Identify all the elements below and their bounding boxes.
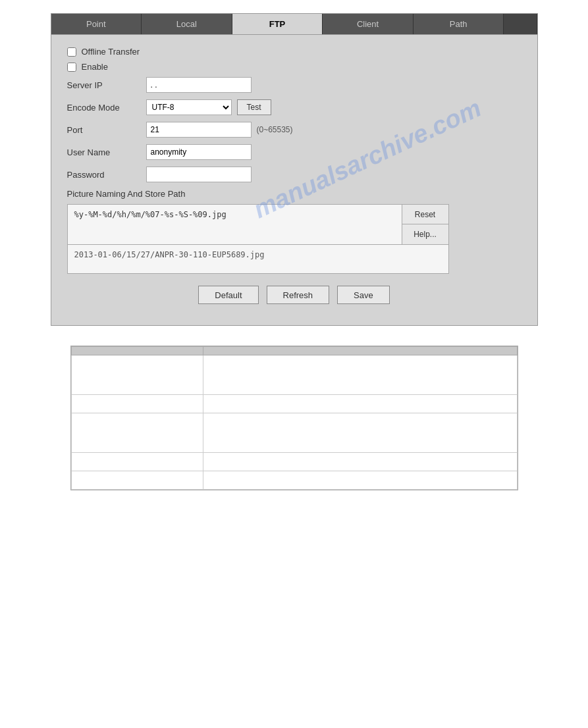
data-table [71, 346, 518, 490]
test-button[interactable]: Test [237, 99, 271, 115]
default-button[interactable]: Default [198, 286, 258, 304]
tab-local[interactable]: Local [142, 14, 232, 34]
naming-preview: 2013-01-06/15/27/ANPR-30-110-EUP5689.jpg [68, 244, 448, 273]
table-row [71, 471, 517, 490]
table-row [71, 413, 517, 453]
table-cell [71, 395, 203, 413]
content-area: Offline Transfer Enable Server IP Encode… [51, 35, 537, 325]
table-cell [71, 413, 203, 453]
naming-pattern: %y-%M-%d/%h/%m/%07-%s-%S-%09.jpg [68, 205, 402, 244]
table-cell [71, 355, 203, 395]
encode-mode-controls: UTF-8 GBK ASCII Test [146, 99, 271, 115]
tab-path[interactable]: Path [414, 14, 504, 34]
port-row: Port (0~65535) [67, 122, 521, 138]
bottom-buttons: Default Refresh Save [67, 286, 521, 313]
username-label: User Name [67, 147, 146, 157]
table-section [70, 346, 518, 490]
table-cell [203, 355, 517, 395]
offline-transfer-row: Offline Transfer [67, 47, 521, 57]
enable-row: Enable [67, 62, 521, 72]
table-cell [71, 453, 203, 471]
refresh-button[interactable]: Refresh [267, 286, 330, 304]
encode-mode-select[interactable]: UTF-8 GBK ASCII [146, 99, 232, 115]
server-ip-row: Server IP [67, 77, 521, 93]
tab-ftp[interactable]: FTP [232, 14, 323, 34]
naming-buttons: Reset Help... [402, 205, 448, 244]
port-label: Port [67, 125, 146, 135]
enable-label: Enable [82, 62, 108, 72]
table-cell [203, 453, 517, 471]
tab-client[interactable]: Client [323, 14, 414, 34]
table-cell [203, 471, 517, 490]
table-cell [71, 471, 203, 490]
server-ip-input[interactable] [146, 77, 252, 93]
table-cell [203, 395, 517, 413]
table-header-col1 [71, 347, 203, 355]
save-button[interactable]: Save [337, 286, 390, 304]
table-cell [203, 413, 517, 453]
main-panel: Point Local FTP Client Path Offline Tran… [51, 13, 538, 326]
reset-button[interactable]: Reset [402, 205, 448, 224]
username-row: User Name [67, 144, 521, 160]
naming-section-title: Picture Naming And Store Path [67, 189, 521, 199]
naming-section: Picture Naming And Store Path %y-%M-%d/%… [67, 189, 521, 274]
enable-checkbox[interactable] [67, 63, 76, 72]
password-input[interactable] [146, 167, 252, 182]
table-header-col2 [203, 347, 517, 355]
port-input[interactable] [146, 122, 252, 138]
tab-bar: Point Local FTP Client Path [51, 14, 537, 35]
server-ip-label: Server IP [67, 80, 146, 90]
encode-mode-label: Encode Mode [67, 103, 146, 113]
table-row [71, 355, 517, 395]
naming-box: %y-%M-%d/%h/%m/%07-%s-%S-%09.jpg Reset H… [67, 204, 449, 274]
table-row [71, 395, 517, 413]
table-row [71, 453, 517, 471]
username-input[interactable] [146, 144, 252, 160]
password-row: Password [67, 167, 521, 182]
offline-transfer-checkbox[interactable] [67, 47, 76, 57]
port-hint: (0~65535) [257, 125, 293, 134]
tab-extra[interactable] [504, 14, 537, 34]
naming-pattern-row: %y-%M-%d/%h/%m/%07-%s-%S-%09.jpg Reset H… [68, 205, 448, 244]
password-label: Password [67, 170, 146, 180]
encode-mode-row: Encode Mode UTF-8 GBK ASCII Test [67, 99, 521, 115]
help-button[interactable]: Help... [402, 224, 448, 244]
tab-point[interactable]: Point [51, 14, 142, 34]
offline-transfer-label: Offline Transfer [82, 47, 140, 57]
